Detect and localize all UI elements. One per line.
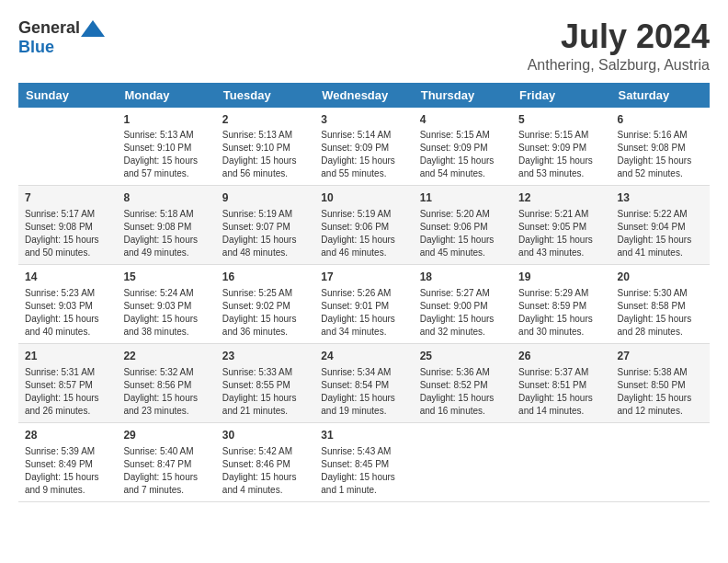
day-info-line: and 46 minutes.	[321, 247, 406, 259]
day-info-line: Sunset: 9:10 PM	[123, 142, 209, 155]
day-number: 30	[222, 428, 308, 443]
day-info-line: Sunrise: 5:39 AM	[25, 445, 110, 458]
day-number: 5	[518, 112, 604, 128]
calendar-day-cell: 28Sunrise: 5:39 AMSunset: 8:49 PMDayligh…	[18, 422, 117, 501]
day-info-line: Sunrise: 5:31 AM	[25, 366, 110, 379]
calendar-day-cell: 8Sunrise: 5:18 AMSunset: 9:08 PMDaylight…	[117, 186, 215, 265]
day-number: 11	[420, 190, 506, 206]
weekday-header: Thursday	[414, 83, 512, 108]
day-info-line: Daylight: 15 hours	[321, 392, 406, 405]
day-info-line: Daylight: 15 hours	[123, 313, 209, 326]
day-info-line: Daylight: 15 hours	[222, 155, 308, 167]
day-number: 22	[123, 349, 209, 364]
day-info-line: Daylight: 15 hours	[123, 392, 209, 405]
day-number: 21	[25, 349, 110, 364]
weekday-header: Friday	[512, 83, 610, 108]
day-info-line: and 1 minute.	[321, 484, 406, 497]
day-info-line: Daylight: 15 hours	[25, 392, 110, 405]
calendar-day-cell: 15Sunrise: 5:24 AMSunset: 9:03 PMDayligh…	[117, 265, 215, 344]
day-info-line: and 26 minutes.	[25, 405, 110, 418]
day-number: 10	[321, 190, 406, 206]
day-info-line: Sunset: 9:06 PM	[321, 221, 406, 234]
logo: General Blue	[18, 18, 106, 57]
day-info-line: Daylight: 15 hours	[222, 313, 308, 326]
day-number: 12	[518, 190, 604, 206]
day-info-line: and 19 minutes.	[321, 405, 406, 418]
day-info-line: and 7 minutes.	[123, 484, 209, 497]
day-info-line: Sunset: 9:09 PM	[321, 142, 406, 155]
day-info-line: Sunset: 8:52 PM	[420, 379, 506, 392]
calendar-day-cell: 31Sunrise: 5:43 AMSunset: 8:45 PMDayligh…	[314, 422, 413, 501]
calendar-day-cell	[512, 422, 610, 501]
calendar-location: Anthering, Salzburg, Austria	[528, 57, 710, 74]
calendar-day-cell: 22Sunrise: 5:32 AMSunset: 8:56 PMDayligh…	[117, 343, 215, 422]
calendar-day-cell: 20Sunrise: 5:30 AMSunset: 8:58 PMDayligh…	[611, 265, 710, 344]
day-info-line: Sunset: 9:02 PM	[222, 300, 308, 313]
day-info-line: and 55 minutes.	[321, 167, 406, 180]
day-info-line: and 56 minutes.	[222, 167, 308, 180]
day-info-line: Daylight: 15 hours	[222, 392, 308, 405]
day-info-line: Sunset: 9:09 PM	[518, 142, 604, 155]
day-info-line: and 38 minutes.	[123, 326, 209, 339]
weekday-header: Sunday	[18, 83, 117, 108]
day-info-line: Daylight: 15 hours	[518, 155, 604, 167]
calendar-day-cell: 29Sunrise: 5:40 AMSunset: 8:47 PMDayligh…	[117, 422, 215, 501]
day-info-line: Sunset: 8:45 PM	[321, 458, 406, 471]
day-info-line: Daylight: 15 hours	[420, 313, 506, 326]
calendar-day-cell: 23Sunrise: 5:33 AMSunset: 8:55 PMDayligh…	[216, 343, 314, 422]
day-info-line: Daylight: 15 hours	[618, 392, 703, 405]
day-info-line: Sunrise: 5:20 AM	[420, 208, 506, 221]
day-info-line: and 12 minutes.	[618, 405, 703, 418]
day-number: 28	[25, 428, 110, 443]
day-info-line: and 4 minutes.	[222, 484, 308, 497]
day-info-line: Sunrise: 5:19 AM	[321, 208, 406, 221]
day-info-line: Sunset: 8:59 PM	[518, 300, 604, 313]
day-info-line: and 21 minutes.	[222, 405, 308, 418]
day-info-line: Sunset: 9:06 PM	[420, 221, 506, 234]
day-info-line: Sunrise: 5:24 AM	[123, 287, 209, 300]
day-info-line: Sunset: 8:58 PM	[618, 300, 703, 313]
day-info-line: Sunset: 8:55 PM	[222, 379, 308, 392]
calendar-day-cell: 18Sunrise: 5:27 AMSunset: 9:00 PMDayligh…	[414, 265, 512, 344]
day-number: 27	[618, 349, 703, 364]
calendar-day-cell: 30Sunrise: 5:42 AMSunset: 8:46 PMDayligh…	[216, 422, 314, 501]
calendar-day-cell: 12Sunrise: 5:21 AMSunset: 9:05 PMDayligh…	[512, 186, 610, 265]
calendar-body: 1Sunrise: 5:13 AMSunset: 9:10 PMDaylight…	[18, 108, 710, 501]
calendar-day-cell: 2Sunrise: 5:13 AMSunset: 9:10 PMDaylight…	[216, 108, 314, 186]
day-info-line: and 45 minutes.	[420, 247, 506, 259]
weekday-header: Monday	[117, 83, 215, 108]
day-info-line: Sunrise: 5:17 AM	[25, 208, 110, 221]
day-info-line: Sunrise: 5:36 AM	[420, 366, 506, 379]
day-info-line: and 50 minutes.	[25, 247, 110, 259]
day-number: 31	[321, 428, 406, 443]
calendar-day-cell: 17Sunrise: 5:26 AMSunset: 9:01 PMDayligh…	[314, 265, 413, 344]
day-info-line: Daylight: 15 hours	[25, 313, 110, 326]
day-info-line: Daylight: 15 hours	[222, 234, 308, 247]
day-info-line: Daylight: 15 hours	[222, 471, 308, 484]
calendar-day-cell: 14Sunrise: 5:23 AMSunset: 9:03 PMDayligh…	[18, 265, 117, 344]
day-info-line: Daylight: 15 hours	[123, 234, 209, 247]
day-info-line: Sunrise: 5:19 AM	[222, 208, 308, 221]
calendar-day-cell	[414, 422, 512, 501]
day-info-line: Sunset: 9:01 PM	[321, 300, 406, 313]
day-info-line: and 52 minutes.	[618, 167, 703, 180]
day-info-line: and 14 minutes.	[518, 405, 604, 418]
day-number: 7	[25, 190, 110, 206]
day-info-line: Sunset: 8:47 PM	[123, 458, 209, 471]
day-info-line: and 32 minutes.	[420, 326, 506, 339]
day-info-line: Sunrise: 5:38 AM	[618, 366, 703, 379]
day-number: 3	[321, 112, 406, 128]
day-info-line: Sunset: 9:09 PM	[420, 142, 506, 155]
day-info-line: Sunrise: 5:34 AM	[321, 366, 406, 379]
day-info-line: and 43 minutes.	[518, 247, 604, 259]
calendar-day-cell: 13Sunrise: 5:22 AMSunset: 9:04 PMDayligh…	[611, 186, 710, 265]
calendar-week-row: 14Sunrise: 5:23 AMSunset: 9:03 PMDayligh…	[18, 265, 710, 344]
day-info-line: Sunset: 9:05 PM	[518, 221, 604, 234]
calendar-day-cell: 25Sunrise: 5:36 AMSunset: 8:52 PMDayligh…	[414, 343, 512, 422]
calendar-day-cell: 16Sunrise: 5:25 AMSunset: 9:02 PMDayligh…	[216, 265, 314, 344]
day-info-line: and 28 minutes.	[618, 326, 703, 339]
day-info-line: Sunset: 9:08 PM	[123, 221, 209, 234]
day-number: 24	[321, 349, 406, 364]
day-info-line: Daylight: 15 hours	[123, 471, 209, 484]
calendar-day-cell: 4Sunrise: 5:15 AMSunset: 9:09 PMDaylight…	[414, 108, 512, 186]
